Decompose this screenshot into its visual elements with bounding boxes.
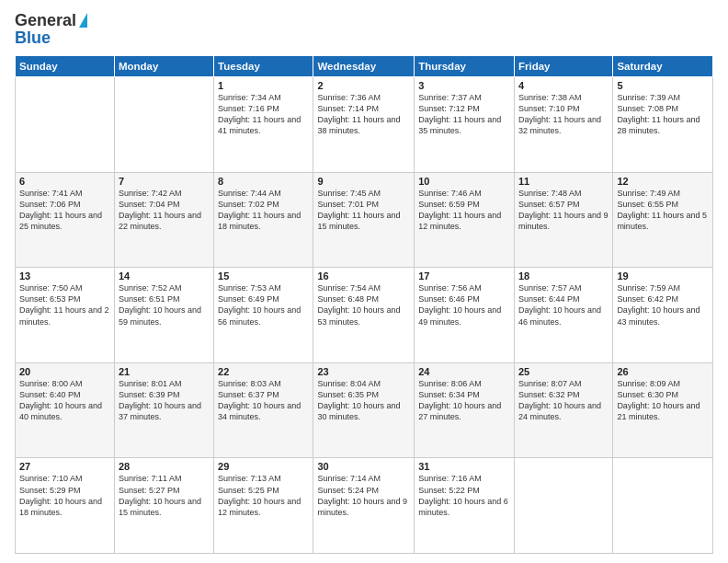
day-info: Sunrise: 7:49 AM Sunset: 6:55 PM Dayligh… [617,188,709,233]
day-number: 4 [518,80,609,91]
calendar-cell: 13Sunrise: 7:50 AM Sunset: 6:53 PM Dayli… [16,268,115,363]
day-number: 9 [317,176,410,187]
day-info: Sunrise: 7:16 AM Sunset: 5:22 PM Dayligh… [418,473,510,518]
day-info: Sunrise: 7:11 AM Sunset: 5:27 PM Dayligh… [119,473,210,518]
calendar-cell: 21Sunrise: 8:01 AM Sunset: 6:39 PM Dayli… [114,362,213,458]
day-number: 14 [119,270,210,282]
calendar-week-5: 27Sunrise: 7:10 AM Sunset: 5:29 PM Dayli… [16,458,713,554]
calendar-week-1: 1Sunrise: 7:34 AM Sunset: 7:16 PM Daylig… [16,77,713,173]
calendar-cell [16,77,115,173]
day-info: Sunrise: 8:07 AM Sunset: 6:32 PM Dayligh… [518,378,609,423]
day-info: Sunrise: 7:56 AM Sunset: 6:46 PM Dayligh… [418,282,510,327]
day-info: Sunrise: 7:14 AM Sunset: 5:24 PM Dayligh… [317,473,410,518]
calendar-cell [514,458,612,554]
day-number: 11 [518,176,609,187]
day-number: 16 [317,270,410,282]
day-info: Sunrise: 8:03 AM Sunset: 6:37 PM Dayligh… [218,378,309,423]
calendar-cell: 15Sunrise: 7:53 AM Sunset: 6:49 PM Dayli… [214,268,313,363]
day-info: Sunrise: 8:01 AM Sunset: 6:39 PM Dayligh… [119,378,210,423]
logo: General Blue [15,11,87,48]
day-info: Sunrise: 7:13 AM Sunset: 5:25 PM Dayligh… [218,473,309,518]
day-number: 22 [218,366,309,377]
day-info: Sunrise: 8:06 AM Sunset: 6:34 PM Dayligh… [418,378,510,423]
calendar-cell: 26Sunrise: 8:09 AM Sunset: 6:30 PM Dayli… [613,362,713,458]
day-number: 27 [19,461,110,472]
day-number: 19 [617,270,709,282]
calendar-cell: 14Sunrise: 7:52 AM Sunset: 6:51 PM Dayli… [114,268,213,363]
day-info: Sunrise: 7:38 AM Sunset: 7:10 PM Dayligh… [518,92,609,137]
day-info: Sunrise: 7:39 AM Sunset: 7:08 PM Dayligh… [617,92,709,137]
calendar-cell: 22Sunrise: 8:03 AM Sunset: 6:37 PM Dayli… [214,362,313,458]
day-info: Sunrise: 7:10 AM Sunset: 5:29 PM Dayligh… [19,473,110,518]
calendar-cell: 9Sunrise: 7:45 AM Sunset: 7:01 PM Daylig… [313,172,415,268]
calendar-cell: 30Sunrise: 7:14 AM Sunset: 5:24 PM Dayli… [313,458,415,554]
day-info: Sunrise: 7:45 AM Sunset: 7:01 PM Dayligh… [317,188,410,233]
calendar-cell: 18Sunrise: 7:57 AM Sunset: 6:44 PM Dayli… [514,268,612,363]
calendar-cell: 7Sunrise: 7:42 AM Sunset: 7:04 PM Daylig… [114,172,213,268]
day-info: Sunrise: 8:09 AM Sunset: 6:30 PM Dayligh… [617,378,709,423]
logo-triangle-icon [79,13,87,28]
day-number: 7 [119,176,210,187]
calendar-cell: 8Sunrise: 7:44 AM Sunset: 7:02 PM Daylig… [214,172,313,268]
day-number: 6 [19,176,110,187]
calendar-cell [613,458,713,554]
page-header: General Blue [15,11,713,48]
calendar-cell: 23Sunrise: 8:04 AM Sunset: 6:35 PM Dayli… [313,362,415,458]
calendar-cell: 31Sunrise: 7:16 AM Sunset: 5:22 PM Dayli… [415,458,515,554]
calendar-cell: 2Sunrise: 7:36 AM Sunset: 7:14 PM Daylig… [313,77,415,173]
calendar-cell: 24Sunrise: 8:06 AM Sunset: 6:34 PM Dayli… [415,362,515,458]
calendar-cell: 11Sunrise: 7:48 AM Sunset: 6:57 PM Dayli… [514,172,612,268]
day-number: 15 [218,270,309,282]
day-number: 26 [617,366,709,377]
day-info: Sunrise: 7:50 AM Sunset: 6:53 PM Dayligh… [19,282,110,327]
day-info: Sunrise: 7:44 AM Sunset: 7:02 PM Dayligh… [218,188,309,233]
calendar-cell: 25Sunrise: 8:07 AM Sunset: 6:32 PM Dayli… [514,362,612,458]
day-number: 8 [218,176,309,187]
day-info: Sunrise: 7:41 AM Sunset: 7:06 PM Dayligh… [19,188,110,233]
day-number: 31 [418,461,510,472]
day-info: Sunrise: 7:59 AM Sunset: 6:42 PM Dayligh… [617,282,709,327]
calendar-cell: 17Sunrise: 7:56 AM Sunset: 6:46 PM Dayli… [415,268,515,363]
day-number: 25 [518,366,609,377]
day-info: Sunrise: 7:34 AM Sunset: 7:16 PM Dayligh… [218,92,309,137]
day-info: Sunrise: 7:48 AM Sunset: 6:57 PM Dayligh… [518,188,609,233]
day-number: 5 [617,80,709,91]
day-info: Sunrise: 8:04 AM Sunset: 6:35 PM Dayligh… [317,378,410,423]
calendar-cell: 1Sunrise: 7:34 AM Sunset: 7:16 PM Daylig… [214,77,313,173]
calendar-header-row: Sunday Monday Tuesday Wednesday Thursday… [16,56,713,77]
calendar-cell: 6Sunrise: 7:41 AM Sunset: 7:06 PM Daylig… [16,172,115,268]
calendar-cell: 10Sunrise: 7:46 AM Sunset: 6:59 PM Dayli… [415,172,515,268]
calendar-cell: 20Sunrise: 8:00 AM Sunset: 6:40 PM Dayli… [16,362,115,458]
day-number: 18 [518,270,609,282]
day-info: Sunrise: 7:52 AM Sunset: 6:51 PM Dayligh… [119,282,210,327]
day-info: Sunrise: 7:54 AM Sunset: 6:48 PM Dayligh… [317,282,410,327]
day-number: 3 [418,80,510,91]
day-number: 21 [119,366,210,377]
day-info: Sunrise: 7:53 AM Sunset: 6:49 PM Dayligh… [218,282,309,327]
calendar-cell: 19Sunrise: 7:59 AM Sunset: 6:42 PM Dayli… [613,268,713,363]
day-number: 23 [317,366,410,377]
col-monday: Monday [114,56,213,77]
col-friday: Friday [514,56,612,77]
calendar-cell: 4Sunrise: 7:38 AM Sunset: 7:10 PM Daylig… [514,77,612,173]
calendar-week-4: 20Sunrise: 8:00 AM Sunset: 6:40 PM Dayli… [16,362,713,458]
day-info: Sunrise: 7:36 AM Sunset: 7:14 PM Dayligh… [317,92,410,137]
col-tuesday: Tuesday [214,56,313,77]
day-info: Sunrise: 7:57 AM Sunset: 6:44 PM Dayligh… [518,282,609,327]
day-number: 12 [617,176,709,187]
calendar-cell: 28Sunrise: 7:11 AM Sunset: 5:27 PM Dayli… [114,458,213,554]
logo-blue: Blue [15,29,51,48]
day-number: 28 [119,461,210,472]
calendar-cell: 12Sunrise: 7:49 AM Sunset: 6:55 PM Dayli… [613,172,713,268]
calendar-cell: 27Sunrise: 7:10 AM Sunset: 5:29 PM Dayli… [16,458,115,554]
day-number: 30 [317,461,410,472]
day-info: Sunrise: 7:37 AM Sunset: 7:12 PM Dayligh… [418,92,510,137]
day-info: Sunrise: 8:00 AM Sunset: 6:40 PM Dayligh… [19,378,110,423]
day-info: Sunrise: 7:46 AM Sunset: 6:59 PM Dayligh… [418,188,510,233]
calendar-cell [114,77,213,173]
calendar-week-2: 6Sunrise: 7:41 AM Sunset: 7:06 PM Daylig… [16,172,713,268]
day-number: 10 [418,176,510,187]
calendar-cell: 16Sunrise: 7:54 AM Sunset: 6:48 PM Dayli… [313,268,415,363]
day-number: 17 [418,270,510,282]
col-saturday: Saturday [613,56,713,77]
